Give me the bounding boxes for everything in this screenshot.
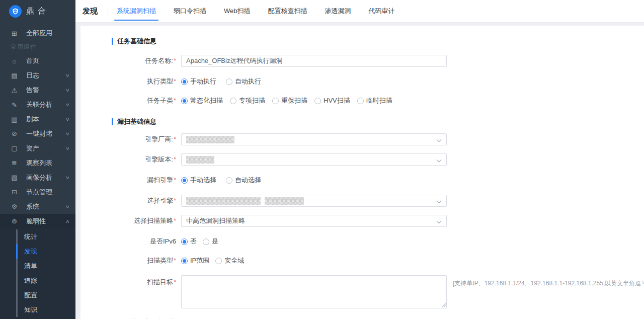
engine-vendor-select[interactable] <box>181 133 447 145</box>
radio-circle <box>272 98 279 104</box>
tab-web-scan[interactable]: Web扫描 <box>224 0 251 22</box>
radio-circle <box>230 98 236 104</box>
scan-engine-radio-group: 手动选择 自动选择 <box>181 176 271 185</box>
field-label: 引擎版本: <box>145 155 173 163</box>
chevron-down-icon: ∨ <box>65 146 70 151</box>
form-card: 任务基础信息 任务名称:* 执行类型* 手动执行 自动执行 任务子类* <box>80 26 644 319</box>
radio-key-protection-scan[interactable]: 重保扫描 <box>272 96 307 105</box>
field-label: 是否IPv6 <box>150 237 176 245</box>
sidebar-item-label: 全部应用 <box>26 29 69 38</box>
exec-type-radio-group: 手动执行 自动执行 <box>181 77 271 86</box>
content: 任务基础信息 任务名称:* 执行类型* 手动执行 自动执行 任务子类* <box>75 23 644 319</box>
select-engine-select[interactable] <box>181 195 447 207</box>
chevron-down-icon <box>437 199 442 204</box>
radio-circle <box>181 78 188 85</box>
chevron-down-icon: ∨ <box>65 175 70 180</box>
redacted-value <box>186 197 261 205</box>
chevron-down-icon: ∨ <box>65 117 70 122</box>
sidebar-item-home[interactable]: ⌂ 首页 <box>0 54 75 68</box>
list-icon: ≣ <box>11 159 18 167</box>
sidebar-item-image-analysis[interactable]: ▧ 画像分析 ∨ <box>0 170 75 185</box>
sidebar-item-assets[interactable]: ▢ 资产 ∨ <box>0 141 75 155</box>
field-label: 选择引擎 <box>147 197 173 204</box>
redacted-value <box>186 136 234 143</box>
scan-type-radio-group: IP范围 安全域 <box>181 256 254 265</box>
engine-version-select[interactable] <box>181 153 447 166</box>
sidebar-item-all-apps[interactable]: ⊞ 全部应用 <box>0 26 75 41</box>
required-mark: * <box>174 135 176 143</box>
radio-manual-select[interactable]: 手动选择 <box>181 176 216 185</box>
sidebar-item-correlation-analysis[interactable]: ✎ 关联分析 ∨ <box>0 98 75 112</box>
chevron-down-icon: ∨ <box>65 102 70 107</box>
sidebar-item-vulnerability[interactable]: ⊚ 脆弱性 ∧ <box>0 214 75 228</box>
radio-normalized-scan[interactable]: 常态化扫描 <box>181 96 223 105</box>
task-name-input[interactable] <box>181 55 447 67</box>
required-mark: * <box>174 77 176 85</box>
tab-system-vuln-scan[interactable]: 系统漏洞扫描 <box>117 0 156 22</box>
radio-security-domain[interactable]: 安全域 <box>215 256 244 265</box>
sidebar-item-tracking[interactable]: 追踪 <box>0 273 75 288</box>
scan-target-textarea[interactable] <box>181 275 447 308</box>
form-row-task-subtype: 任务子类* 常态化扫描 专项扫描 重保扫描 HVV扫描 临时扫描 <box>112 96 644 105</box>
sidebar-item-logs[interactable]: ▤ 日志 ∨ <box>0 68 75 83</box>
radio-circle <box>181 177 188 184</box>
resize-handle[interactable] <box>441 303 446 307</box>
sidebar-item-discovery[interactable]: 发现 <box>0 244 75 259</box>
chevron-down-icon <box>437 219 442 224</box>
required-mark: * <box>174 97 176 104</box>
analysis-icon: ✎ <box>11 101 18 109</box>
home-icon: ⌂ <box>11 57 18 65</box>
field-label: 执行类型 <box>147 77 173 85</box>
sidebar-item-one-click-block[interactable]: ⊘ 一键封堵 ∨ <box>0 126 75 141</box>
radio-auto-execution[interactable]: 自动执行 <box>226 77 261 86</box>
form-row-scan-type: 扫描类型* IP范围 安全域 <box>112 256 644 265</box>
tab-weak-password-scan[interactable]: 弱口令扫描 <box>174 0 206 22</box>
tab-code-audit[interactable]: 代码审计 <box>369 0 395 22</box>
radio-ipv6-yes[interactable]: 是 <box>203 237 218 246</box>
sidebar-item-knowledge[interactable]: 知识 <box>0 302 75 317</box>
radio-ip-range[interactable]: IP范围 <box>181 256 209 265</box>
sidebar-item-playbook[interactable]: ▥ 剧本 ∨ <box>0 112 75 127</box>
radio-circle <box>357 98 364 104</box>
app-window: 鼎合 ⊞ 全部应用 常用组件 ⌂ 首页 ▤ 日志 ∨ ⚠ 告警 ∨ ✎ 关联分析… <box>0 0 644 319</box>
form-row-exec-type: 执行类型* 手动执行 自动执行 <box>112 77 644 86</box>
sidebar-item-configuration[interactable]: 配置 <box>0 288 75 302</box>
sidebar-item-alerts[interactable]: ⚠ 告警 ∨ <box>0 83 75 98</box>
form-row-task-name: 任务名称:* <box>112 55 644 67</box>
sidebar-item-inventory[interactable]: 清单 <box>0 259 75 273</box>
radio-manual-execution[interactable]: 手动执行 <box>181 77 216 86</box>
tab-penetration-vuln[interactable]: 渗透漏洞 <box>325 0 351 22</box>
radio-temporary-scan[interactable]: 临时扫描 <box>357 96 392 105</box>
radio-circle <box>181 98 188 104</box>
field-label: 扫描目标 <box>147 278 173 286</box>
radio-special-scan[interactable]: 专项扫描 <box>230 96 265 105</box>
log-icon: ▤ <box>11 72 18 79</box>
section-vuln-scan-basic-info: 漏扫基础信息 <box>112 117 644 126</box>
field-label: 选择扫描策略 <box>134 217 173 224</box>
sidebar-item-statistics[interactable]: 统计 <box>0 229 75 244</box>
chevron-down-icon: ∨ <box>65 73 70 78</box>
brand-name: 鼎合 <box>26 6 49 17</box>
field-label: 扫描类型 <box>147 257 173 264</box>
scan-policy-select[interactable]: 中高危漏洞扫描策略 <box>181 215 447 227</box>
required-mark: * <box>174 176 176 184</box>
sidebar-item-watchlist[interactable]: ≣ 观察列表 <box>0 155 75 170</box>
scan-policy-value: 中高危漏洞扫描策略 <box>186 216 245 225</box>
sidebar-group-vulnerability: ⊚ 脆弱性 ∧ 统计 发现 清单 追踪 配置 知识 <box>0 214 75 319</box>
ipv6-radio-group: 否 是 <box>181 237 228 246</box>
tab-config-check-scan[interactable]: 配置核查扫描 <box>268 0 307 22</box>
radio-hvv-scan[interactable]: HVV扫描 <box>314 96 350 105</box>
sidebar-item-system[interactable]: ⚙ 系统 ∨ <box>0 199 75 214</box>
form-row-scan-engine-mode: 漏扫引擎* 手动选择 自动选择 <box>112 176 644 185</box>
section-task-basic-info: 任务基础信息 <box>112 37 644 46</box>
form-row-scan-target: 扫描目标* [支持单IP、192.168.1.1/24、192.168.1.1-… <box>112 275 644 308</box>
scan-tabs: 系统漏洞扫描 弱口令扫描 Web扫描 配置核查扫描 渗透漏洞 代码审计 <box>117 0 395 22</box>
chevron-down-icon: ∨ <box>65 88 70 93</box>
radio-ipv6-no[interactable]: 否 <box>181 237 197 246</box>
sidebar-item-node-management[interactable]: ⊡ 节点管理 <box>0 185 75 199</box>
playbook-icon: ▥ <box>11 116 18 123</box>
alert-icon: ⚠ <box>11 87 18 94</box>
radio-auto-select[interactable]: 自动选择 <box>226 176 261 185</box>
page-title: 发现 <box>83 7 98 16</box>
node-icon: ⊡ <box>11 188 18 196</box>
